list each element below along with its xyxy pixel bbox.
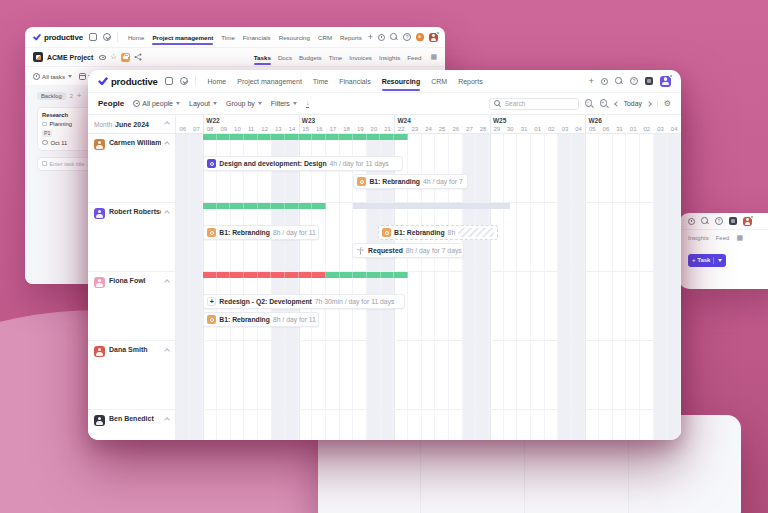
tab-feed[interactable]: Feed: [716, 235, 730, 241]
devices-icon[interactable]: [165, 77, 173, 85]
task-title: B1: Rebranding: [394, 229, 445, 236]
nav-reports[interactable]: Reports: [458, 78, 483, 85]
person-timeline: [176, 410, 681, 440]
nav-resourcing[interactable]: Resourcing: [382, 78, 421, 85]
collapse-row-icon[interactable]: [164, 279, 170, 285]
add-icon[interactable]: +: [589, 77, 594, 86]
add-icon[interactable]: +: [368, 33, 373, 42]
due-date[interactable]: Oct 11: [42, 140, 92, 146]
nav-budgets[interactable]: Budgets: [299, 54, 322, 61]
header-actions: +: [368, 33, 438, 42]
tab-insights[interactable]: Insights: [688, 235, 709, 241]
project-name: ACME Project: [47, 54, 93, 61]
nav-resourcing[interactable]: Resourcing: [279, 34, 310, 41]
timer-icon[interactable]: [601, 78, 608, 85]
nav-home[interactable]: Home: [128, 34, 145, 41]
collapse-row-icon[interactable]: [164, 141, 170, 147]
collapse-row-icon[interactable]: [164, 348, 170, 354]
nav-invoices[interactable]: Invoices: [349, 54, 372, 61]
column-name-badge[interactable]: Backlog: [37, 92, 66, 100]
today-button[interactable]: Today: [624, 100, 642, 107]
nav-financials[interactable]: Financials: [339, 78, 371, 85]
person-cell[interactable]: Carmen Williamson: [88, 134, 176, 202]
nav-project-management[interactable]: Project management: [152, 34, 213, 41]
grid-view-icon[interactable]: [736, 235, 743, 242]
collapse-icon[interactable]: [164, 121, 170, 127]
collapse-row-icon[interactable]: [164, 210, 170, 216]
person-cell[interactable]: Dana Smith: [88, 341, 176, 409]
nav-docs[interactable]: Docs: [278, 54, 292, 61]
devices-icon[interactable]: [89, 33, 97, 41]
promo-icon[interactable]: [416, 33, 424, 41]
checkbox[interactable]: [42, 122, 47, 127]
download-icon[interactable]: [306, 100, 309, 108]
task-card[interactable]: Requested8h / day for 7 days: [352, 243, 464, 258]
add-task-button[interactable]: + Task: [688, 254, 726, 267]
timer-icon[interactable]: [688, 218, 695, 225]
watch-icon[interactable]: [99, 55, 106, 60]
task-card[interactable]: B1: Rebranding4h / day for 7: [353, 174, 468, 189]
filters-dropdown[interactable]: Filters: [271, 100, 297, 107]
layout-dropdown[interactable]: Layout: [189, 100, 217, 107]
day-label: 15: [299, 126, 313, 132]
search-icon[interactable]: [615, 77, 623, 85]
task-item[interactable]: Planning: [42, 121, 92, 127]
all-tasks-dropdown[interactable]: All tasks: [33, 73, 72, 80]
next-period-icon[interactable]: [646, 101, 652, 107]
nav-time[interactable]: Time: [221, 34, 235, 41]
people-filter-dropdown[interactable]: All people: [133, 100, 180, 107]
day-label: 10: [231, 126, 245, 132]
add-column-item-icon[interactable]: +: [77, 91, 82, 100]
nav-crm[interactable]: CRM: [431, 78, 447, 85]
timer-icon[interactable]: [378, 34, 385, 41]
person-cell[interactable]: Ben Benedict: [88, 410, 176, 440]
person-cell[interactable]: Robert Robertson: [88, 203, 176, 271]
apps-icon[interactable]: [645, 77, 653, 85]
nav-reports[interactable]: Reports: [340, 34, 362, 41]
lock-icon[interactable]: [121, 53, 130, 62]
zoom-out-icon[interactable]: −: [585, 99, 594, 108]
view-title: People: [98, 99, 124, 108]
user-avatar[interactable]: [429, 33, 438, 42]
nav-feed[interactable]: Feed: [407, 54, 421, 61]
collapse-row-icon[interactable]: [164, 417, 170, 423]
check-circle-icon[interactable]: [103, 33, 111, 41]
nav-tasks[interactable]: Tasks: [254, 54, 271, 61]
user-avatar[interactable]: [743, 217, 752, 226]
help-icon[interactable]: [715, 217, 723, 225]
settings-gear-icon[interactable]: [664, 100, 671, 108]
nav-crm[interactable]: CRM: [318, 34, 332, 41]
nav-time[interactable]: Time: [313, 78, 328, 85]
search-icon[interactable]: [390, 33, 398, 41]
grid-view-icon[interactable]: [430, 54, 437, 61]
calendar-icon: [79, 73, 86, 80]
user-avatar[interactable]: [660, 76, 671, 87]
nav-financials[interactable]: Financials: [243, 34, 271, 41]
check-circle-icon[interactable]: [180, 77, 188, 85]
rebranding-service-icon: [382, 228, 391, 237]
nav-insights[interactable]: Insights: [379, 54, 400, 61]
zoom-in-icon[interactable]: +: [600, 99, 609, 108]
person-cell[interactable]: Fiona Fowl: [88, 272, 176, 340]
task-card[interactable]: +Redesign - Q2: Development7h 30min / da…: [203, 294, 405, 309]
share-icon[interactable]: [134, 53, 142, 61]
help-icon[interactable]: [630, 77, 638, 85]
nav-time[interactable]: Time: [329, 54, 343, 61]
search-input[interactable]: Search: [489, 98, 579, 110]
task-card[interactable]: B1: Rebranding8h / day for 11 days: [203, 225, 319, 240]
task-card[interactable]: B1: Rebranding8h: [378, 225, 498, 240]
task-card[interactable]: B1: Rebranding8h / day for 11 days: [203, 312, 319, 327]
month-selector[interactable]: Month June 2024: [88, 115, 176, 133]
apps-icon[interactable]: [729, 217, 737, 225]
task-allocation: 4h / day for 7: [423, 178, 463, 185]
prev-period-icon[interactable]: [614, 101, 620, 107]
search-icon[interactable]: [701, 217, 709, 225]
week-label: W26: [588, 117, 601, 124]
task-card[interactable]: Design and development: Design4h / day f…: [203, 156, 402, 171]
help-icon[interactable]: [403, 33, 411, 41]
nav-home[interactable]: Home: [208, 78, 227, 85]
group-by-dropdown[interactable]: Group by: [226, 100, 262, 107]
nav-project-management[interactable]: Project management: [237, 78, 302, 85]
star-icon[interactable]: [110, 53, 117, 61]
main-nav: HomeProject managementTimeFinancialsReso…: [128, 34, 362, 41]
